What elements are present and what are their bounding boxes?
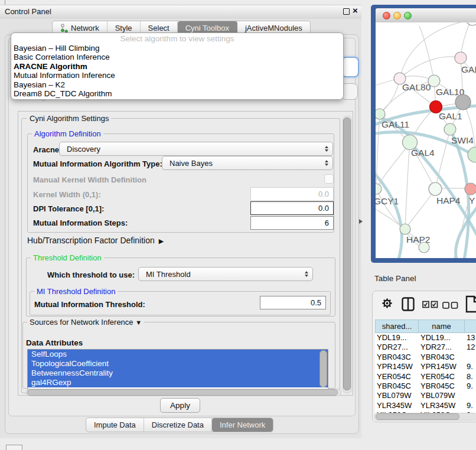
unchecked-boxes-icon[interactable] <box>442 301 458 311</box>
kernel-width-value: 0.0 <box>318 190 329 198</box>
table-cell: YBL079W <box>419 391 465 400</box>
sources-group-title[interactable]: Sources for Network Inference ▼ <box>27 318 144 327</box>
control-panel-title: Control Panel <box>5 7 51 16</box>
collapsed-arrow-icon: ▶ <box>159 237 164 244</box>
close-icon[interactable]: × <box>353 5 358 15</box>
kernel-width-label: Kernel Width (0,1): <box>33 190 101 199</box>
network-node-label: GAL <box>461 64 476 74</box>
table-row[interactable]: YER054CYER054C8. <box>375 372 476 381</box>
table-panel-box: shared...nameA YDL19...YDL19...13YDR27..… <box>372 291 476 422</box>
data-attribute-item[interactable]: SelfLoops <box>28 350 328 359</box>
table-column-header[interactable]: shared... <box>375 319 419 333</box>
data-attribute-item[interactable]: gal4RGexp <box>28 378 328 387</box>
gear-icon[interactable] <box>382 298 393 311</box>
algorithm-option[interactable]: Bayesian – Hill Climbing <box>11 44 343 53</box>
table-body: YDL19...YDL19...13YDR27...YDR27...12YBR0… <box>375 333 476 414</box>
table-row[interactable]: YDR27...YDR27...12 <box>375 343 476 352</box>
data-attribute-item[interactable]: BetweennessCentrality <box>28 369 328 378</box>
algorithm-option[interactable]: ARACNE Algorithm <box>11 62 343 71</box>
aracne-mode-combo[interactable]: Discovery <box>59 142 333 156</box>
network-node[interactable] <box>419 242 429 253</box>
table-column-header[interactable]: name <box>419 319 465 333</box>
mi-threshold-group-title: MI Threshold Definition <box>34 287 118 296</box>
settings-vscrollbar-thumb[interactable] <box>343 118 351 390</box>
algorithm-option[interactable]: Bayesian – K2 <box>11 80 343 89</box>
network-node[interactable] <box>455 94 471 110</box>
network-node[interactable] <box>465 183 476 195</box>
table-cell: 13 <box>465 333 476 343</box>
split-columns-icon[interactable] <box>402 297 415 314</box>
network-node[interactable] <box>429 182 442 195</box>
table-hscrollbar-thumb[interactable] <box>376 413 459 420</box>
table-row[interactable]: YBR045CYBR045C9. <box>375 381 476 391</box>
mi-type-combo[interactable]: Naive Bayes <box>162 156 333 170</box>
close-traffic-light[interactable] <box>383 12 390 19</box>
table-header-row: shared...nameA <box>375 319 476 333</box>
network-node[interactable] <box>444 123 456 135</box>
checked-boxes-icon[interactable] <box>422 300 438 311</box>
tab-infer-network[interactable]: Infer Network <box>212 418 273 432</box>
apply-button[interactable]: Apply <box>160 398 200 413</box>
network-node[interactable] <box>376 109 385 119</box>
combo-arrows-icon <box>325 160 328 166</box>
table-cell: YBR045C <box>419 381 465 391</box>
data-attributes-list[interactable]: SelfLoopsTopologicalCoefficientBetweenne… <box>27 349 328 389</box>
panel-divider-arrow[interactable] <box>359 219 363 224</box>
network-node[interactable] <box>428 75 440 87</box>
which-threshold-combo[interactable]: MI Threshold <box>138 267 313 281</box>
hub-definition-expander[interactable]: Hub/Transcription Factor Definition▶ <box>27 236 164 245</box>
algorithm-dropdown-list: Bayesian – Hill ClimbingBasic Correlatio… <box>11 44 343 98</box>
algorithm-dropdown-prompt: Select algorithm to view settings <box>11 33 343 44</box>
network-node-label: Y <box>469 195 475 206</box>
attributes-vscrollbar-thumb[interactable] <box>319 350 327 387</box>
manual-kernel-checkbox[interactable] <box>324 174 334 184</box>
table-cell: YPR145W <box>419 362 465 371</box>
network-node[interactable] <box>468 147 476 162</box>
tab-label: Network <box>71 24 99 32</box>
kernel-width-field[interactable]: 0.0 <box>250 187 334 201</box>
screen: Control Panel × Network Style Select Cyn… <box>0 0 476 450</box>
threshold-definition-title: Threshold Definition <box>31 253 104 262</box>
algorithm-option[interactable]: Dream8 DC_TDC Algorithm <box>11 89 343 98</box>
table-cell: YDL19... <box>375 333 419 343</box>
tab-label: Discretize Data <box>152 420 204 429</box>
table-column-header[interactable]: A <box>465 319 476 333</box>
tab-impute-data[interactable]: Impute Data <box>86 418 144 432</box>
table-cell: 9. <box>465 381 476 391</box>
table-row[interactable]: YBR043CYBR043C <box>375 353 476 362</box>
algorithm-option[interactable]: Basic Correlation Inference <box>11 53 343 61</box>
algorithm-option[interactable]: Mutual Information Inference <box>11 71 343 80</box>
settings-hscrollbar-thumb[interactable] <box>27 389 338 396</box>
dpi-tolerance-field[interactable]: 0.0 <box>250 201 334 215</box>
mi-threshold-field[interactable]: 0.5 <box>260 296 326 309</box>
minimize-traffic-light[interactable] <box>393 12 401 19</box>
network-node[interactable] <box>466 22 476 25</box>
bottom-corner-button[interactable] <box>6 445 22 450</box>
table-cell: 8. <box>465 372 476 381</box>
network-node-label: GAL80 <box>402 82 431 92</box>
apply-button-label: Apply <box>170 401 190 410</box>
table-row[interactable]: YBL079WYBL079W <box>375 391 476 400</box>
expanded-arrow-icon: ▼ <box>135 319 142 326</box>
network-window-titlebar[interactable] <box>376 8 476 23</box>
zoom-traffic-light[interactable] <box>404 12 412 19</box>
algorithm-definition-title: Algorithm Definition <box>32 129 103 138</box>
file-icon[interactable] <box>465 295 476 315</box>
network-node[interactable] <box>455 52 467 64</box>
control-panel-titlebar: Control Panel × <box>0 5 361 19</box>
tab-discretize-data[interactable]: Discretize Data <box>144 418 212 432</box>
network-node[interactable] <box>400 224 410 234</box>
network-view-canvas[interactable]: GALGAL80GAL10GAL1SWI4GAL11GAL4HAP4YGCY1H… <box>376 22 476 258</box>
table-row[interactable]: YLR345WYLR345W9. <box>375 401 476 410</box>
table-row[interactable]: YPR145WYPR145W9. <box>375 362 476 371</box>
table-cell: YLR345W <box>375 401 419 410</box>
mi-threshold-label: Mutual Information Threshold: <box>34 300 145 309</box>
data-attribute-item[interactable]: TopologicalCoefficient <box>28 359 328 369</box>
network-edge <box>405 142 410 229</box>
network-node-label: SWI4 <box>451 135 474 145</box>
mi-steps-field[interactable]: 6 <box>250 216 334 230</box>
network-node[interactable] <box>376 184 382 194</box>
mi-steps-label: Mutual Information Steps: <box>33 219 128 227</box>
float-window-icon[interactable] <box>343 8 350 15</box>
table-row[interactable]: YDL19...YDL19...13 <box>375 333 476 343</box>
